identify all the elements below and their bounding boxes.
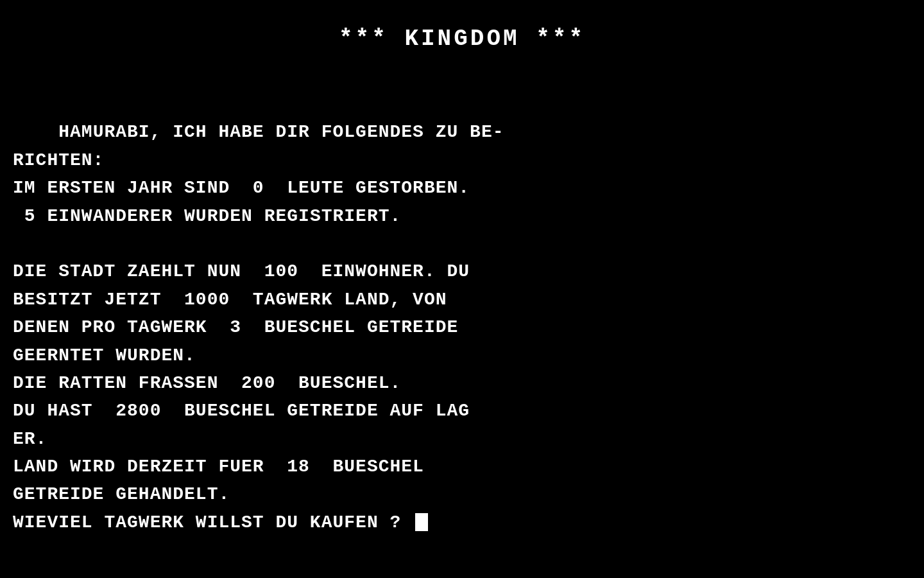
game-title: *** KINGDOM ***: [13, 26, 911, 52]
game-content: HAMURABI, ICH HABE DIR FOLGENDES ZU BE- …: [13, 91, 911, 565]
screen: *** KINGDOM *** HAMURABI, ICH HABE DIR F…: [0, 0, 924, 578]
game-text: HAMURABI, ICH HABE DIR FOLGENDES ZU BE- …: [13, 122, 504, 532]
cursor-block: [415, 513, 428, 531]
